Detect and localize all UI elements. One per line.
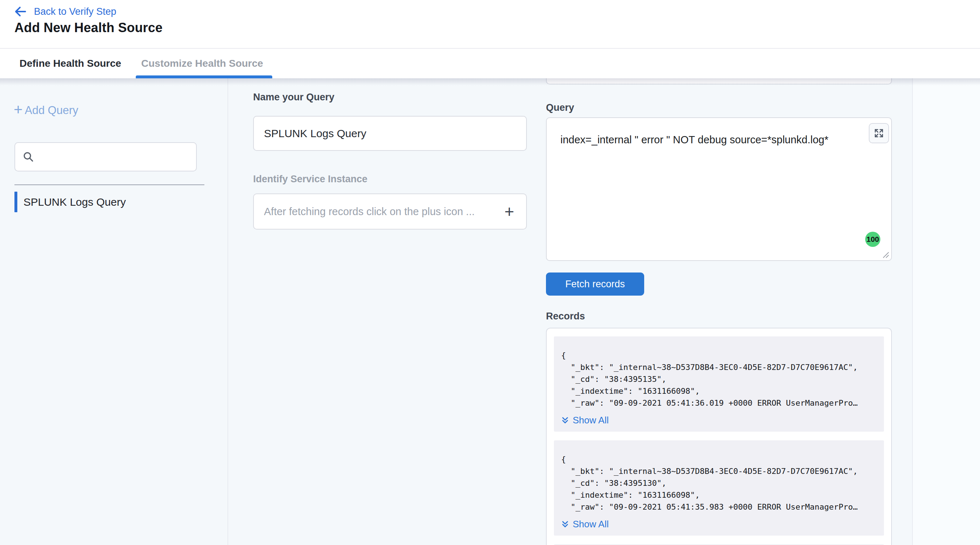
service-instance-label: Identify Service Instance xyxy=(253,173,368,185)
sidebar-vertical-divider xyxy=(228,78,228,545)
back-link-label: Back to Verify Step xyxy=(34,3,116,19)
record-json: { "_bkt": "_internal~38~D537D8B4-3EC0-4D… xyxy=(554,336,884,409)
add-query-button[interactable]: + Add Query xyxy=(14,102,78,119)
add-service-instance-button[interactable]: + xyxy=(504,194,526,229)
add-query-label: Add Query xyxy=(25,104,78,117)
expand-icon xyxy=(873,128,884,138)
tab-customize-health-source[interactable]: Customize Health Source xyxy=(141,49,263,78)
expand-query-button[interactable] xyxy=(869,123,889,143)
service-instance-input[interactable] xyxy=(254,206,504,218)
search-input[interactable] xyxy=(35,151,196,163)
add-health-source-page: + Add Query SPLUNK Logs Query Name your … xyxy=(0,0,980,545)
back-to-verify-step-link[interactable]: Back to Verify Step xyxy=(13,3,116,19)
records-container: { "_bkt": "_internal~38~D537D8B4-3EC0-4D… xyxy=(546,328,892,545)
fetch-records-button[interactable]: Fetch records xyxy=(546,272,644,296)
tab-define-health-source[interactable]: Define Health Source xyxy=(19,49,121,78)
active-tab-underline xyxy=(136,75,272,78)
record-json: { "_bkt": "_internal~38~D537D8B4-3EC0-4D… xyxy=(554,440,884,513)
right-gutter xyxy=(913,78,980,545)
query-textarea[interactable]: index=_internal " error " NOT debug sour… xyxy=(546,117,892,261)
selected-indicator-bar xyxy=(14,192,18,212)
sidebar-divider xyxy=(14,184,204,185)
back-arrow-icon xyxy=(13,4,28,19)
record-card: { "_bkt": "_internal~38~D537D8B4-3EC0-4D… xyxy=(554,440,884,535)
query-item-label: SPLUNK Logs Query xyxy=(24,196,126,208)
query-search-box xyxy=(14,142,197,172)
plus-icon: + xyxy=(14,102,23,117)
show-all-label: Show All xyxy=(573,519,609,530)
double-chevron-down-icon xyxy=(560,416,570,425)
page-header: Back to Verify Step Add New Health Sourc… xyxy=(0,0,980,48)
search-icon xyxy=(22,150,35,164)
query-label: Query xyxy=(546,102,574,113)
page-title: Add New Health Source xyxy=(14,20,162,35)
tab-bar: Define Health Source Customize Health So… xyxy=(0,48,980,78)
panel-vertical-divider xyxy=(912,72,913,545)
show-all-label: Show All xyxy=(573,415,609,426)
show-all-link[interactable]: Show All xyxy=(560,519,609,530)
record-card: { "_bkt": "_internal~38~D537D8B4-3EC0-4D… xyxy=(554,336,884,432)
record-count-badge: 100 xyxy=(865,232,880,247)
query-name-input[interactable] xyxy=(253,116,527,151)
show-all-link[interactable]: Show All xyxy=(560,415,609,426)
sidebar-item-splunk-logs-query[interactable]: SPLUNK Logs Query xyxy=(14,192,202,212)
service-instance-field: + xyxy=(253,194,527,230)
records-label: Records xyxy=(546,311,585,322)
double-chevron-down-icon xyxy=(560,520,570,529)
query-editor: index=_internal " error " NOT debug sour… xyxy=(546,117,892,261)
name-query-label: Name your Query xyxy=(253,92,334,103)
textarea-resize-handle[interactable] xyxy=(882,251,890,259)
